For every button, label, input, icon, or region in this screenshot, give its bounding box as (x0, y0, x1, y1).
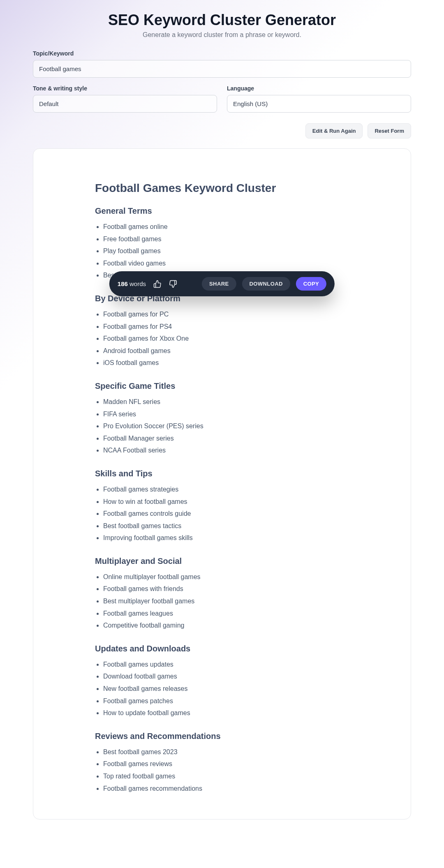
list-item: Football games patches (103, 695, 349, 707)
list-item: Football games leagues (103, 607, 349, 620)
list-item: How to win at football games (103, 496, 349, 508)
cluster-list: Football games strategiesHow to win at f… (95, 483, 349, 544)
list-item: Pro Evolution Soccer (PES) series (103, 420, 349, 432)
reset-form-button[interactable]: Reset Form (368, 123, 411, 139)
floating-toolbar: 186 words SHARE DOWNLOAD COPY (109, 271, 335, 296)
list-item: Best football games tactics (103, 520, 349, 532)
word-count: 186 words (118, 280, 146, 287)
language-input[interactable] (227, 95, 411, 113)
result-title: Football Games Keyword Cluster (95, 182, 349, 195)
list-item: iOS football games (103, 357, 349, 369)
page-title: SEO Keyword Cluster Generator (33, 12, 411, 29)
page-subtitle: Generate a keyword cluster from a phrase… (33, 31, 411, 39)
cluster-heading: General Terms (95, 206, 349, 216)
list-item: Best multiplayer football games (103, 595, 349, 607)
list-item: Free football games (103, 233, 349, 245)
list-item: FIFA series (103, 408, 349, 420)
list-item: Football games reviews (103, 758, 349, 770)
list-item: Football games updates (103, 658, 349, 671)
list-item: Football video games (103, 257, 349, 270)
cluster-heading: Multiplayer and Social (95, 556, 349, 566)
list-item: Football games for PS4 (103, 321, 349, 333)
edit-run-button[interactable]: Edit & Run Again (305, 123, 363, 139)
topic-input[interactable] (33, 60, 411, 78)
tone-label: Tone & writing style (33, 85, 217, 92)
list-item: Competitive football gaming (103, 619, 349, 632)
share-button[interactable]: SHARE (202, 277, 236, 291)
list-item: Football games online (103, 221, 349, 233)
cluster-list: Football games updatesDownload football … (95, 658, 349, 719)
download-button[interactable]: DOWNLOAD (242, 277, 290, 291)
thumbs-up-icon[interactable] (153, 279, 162, 289)
cluster-heading: Skills and Tips (95, 469, 349, 478)
tone-input[interactable] (33, 95, 217, 113)
cluster-list: Online multiplayer football gamesFootbal… (95, 571, 349, 632)
list-item: Football games for PC (103, 308, 349, 321)
cluster-heading: Reviews and Recommendations (95, 732, 349, 741)
cluster-heading: Specific Game Titles (95, 381, 349, 391)
topic-label: Topic/Keyword (33, 50, 411, 57)
list-item: Madden NFL series (103, 396, 349, 408)
result-card: 186 words SHARE DOWNLOAD COPY Football G… (33, 148, 411, 820)
list-item: Football games strategies (103, 483, 349, 496)
language-label: Language (227, 85, 411, 92)
list-item: Improving football games skills (103, 532, 349, 544)
cluster-list: Football games for PCFootball games for … (95, 308, 349, 369)
copy-button[interactable]: COPY (296, 277, 326, 291)
list-item: Football Manager series (103, 432, 349, 445)
thumbs-down-icon[interactable] (168, 279, 178, 289)
list-item: Football games with friends (103, 583, 349, 595)
list-item: Best football games 2023 (103, 746, 349, 758)
list-item: Online multiplayer football games (103, 571, 349, 583)
list-item: Football games controls guide (103, 508, 349, 520)
list-item: NCAA Football series (103, 444, 349, 457)
list-item: Play football games (103, 245, 349, 257)
cluster-heading: Updates and Downloads (95, 644, 349, 653)
list-item: New football games releases (103, 683, 349, 695)
list-item: Football games for Xbox One (103, 332, 349, 345)
list-item: Download football games (103, 670, 349, 683)
list-item: Football games recommendations (103, 783, 349, 795)
list-item: Android football games (103, 345, 349, 357)
cluster-list: Best football games 2023Football games r… (95, 746, 349, 794)
list-item: How to update football games (103, 707, 349, 719)
list-item: Top rated football games (103, 770, 349, 783)
cluster-list: Madden NFL seriesFIFA seriesPro Evolutio… (95, 396, 349, 457)
